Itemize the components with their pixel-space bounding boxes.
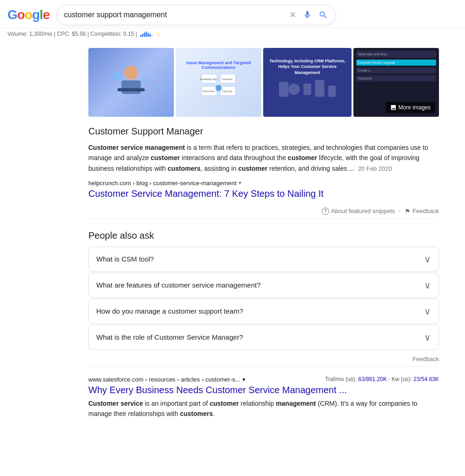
image-1[interactable] bbox=[88, 48, 174, 117]
source-line: helpcrunch.com › blog › customer-service… bbox=[88, 180, 439, 187]
clear-button[interactable]: ✕ bbox=[288, 9, 297, 21]
sf-description: Customer service is an important part of… bbox=[88, 398, 439, 419]
featured-result-link[interactable]: Customer Service Management: 7 Key Steps… bbox=[88, 188, 439, 199]
svg-text:Personnel...: Personnel... bbox=[203, 90, 216, 93]
sf-dropdown-icon[interactable]: ▾ bbox=[242, 376, 246, 383]
paa-item-4[interactable]: What is the role of Customer Service Man… bbox=[88, 325, 439, 350]
paa-question-4: What is the role of Customer Service Man… bbox=[96, 333, 243, 341]
sf-traf-value: 63/861.20K bbox=[359, 376, 387, 382]
chevron-down-icon-4: ∨ bbox=[424, 332, 431, 343]
search-submit-button[interactable] bbox=[318, 9, 329, 20]
svg-point-15 bbox=[288, 84, 299, 95]
about-snippets-label: About featured snippets bbox=[331, 208, 395, 215]
sf-source-line: www.salesforce.com › resources › article… bbox=[88, 376, 439, 383]
paa-item-3[interactable]: How do you manage a customer support tea… bbox=[88, 299, 439, 324]
image-3[interactable]: Technology, Including CRM Platforms, Hel… bbox=[263, 48, 352, 117]
header: Google ✕ bbox=[0, 0, 465, 28]
image-4[interactable]: What date and time... Schedule Router Up… bbox=[353, 48, 439, 117]
svg-text:Cust Sup...: Cust Sup... bbox=[222, 90, 234, 93]
about-snippets-link[interactable]: ? About featured snippets bbox=[322, 208, 395, 215]
image-grid: Issue Management and Targeted Communicat… bbox=[88, 48, 439, 117]
flag-icon: ⚑ bbox=[405, 208, 411, 215]
google-logo: Google bbox=[7, 7, 49, 22]
sf-kw-label: · Kw (us): bbox=[388, 376, 412, 382]
paa-question-1: What is CSM tool? bbox=[96, 255, 154, 263]
chevron-down-icon-1: ∨ bbox=[424, 254, 431, 265]
sf-traf-info: Traf/mo (us): 63/861.20K · Kw (us): 23/5… bbox=[325, 376, 439, 382]
svg-rect-14 bbox=[279, 82, 288, 97]
people-also-ask-section: People also ask What is CSM tool? ∨ What… bbox=[88, 230, 439, 367]
mic-button[interactable] bbox=[302, 9, 313, 20]
image-2[interactable]: Issue Management and Targeted Communicat… bbox=[176, 48, 261, 117]
sf-breadcrumb: www.salesforce.com › resources › article… bbox=[88, 376, 246, 383]
svg-rect-16 bbox=[304, 84, 311, 95]
sf-breadcrumb-text: www.salesforce.com › resources › article… bbox=[88, 376, 240, 383]
search-bar-wrapper: ✕ bbox=[57, 5, 336, 25]
svg-point-0 bbox=[124, 66, 138, 80]
paa-item-2[interactable]: What are features of customer service ma… bbox=[88, 273, 439, 298]
help-circle-icon: ? bbox=[322, 208, 329, 215]
search-icons: ✕ bbox=[288, 9, 329, 21]
svg-point-3 bbox=[113, 72, 122, 81]
chevron-down-icon-3: ∨ bbox=[424, 306, 431, 317]
footer-divider: • bbox=[399, 208, 401, 215]
sf-traf-label: Traf/mo (us): bbox=[325, 376, 357, 382]
paa-item-1[interactable]: What is CSM tool? ∨ bbox=[88, 247, 439, 272]
featured-date: 20 Feb 2020 bbox=[358, 165, 392, 172]
svg-rect-1 bbox=[121, 80, 141, 94]
paa-question-2: What are features of customer service ma… bbox=[96, 281, 261, 289]
source-breadcrumb: helpcrunch.com › blog › customer-service… bbox=[88, 180, 237, 187]
salesforce-result: www.salesforce.com › resources › article… bbox=[88, 376, 439, 429]
seo-volume: Volume: 1,300/mo | CPC: $5.56 | Competit… bbox=[7, 31, 137, 37]
featured-feedback-label: Feedback bbox=[412, 208, 439, 215]
chevron-down-icon-2: ∨ bbox=[424, 280, 431, 291]
search-input[interactable] bbox=[64, 11, 288, 19]
more-images-button[interactable]: More images bbox=[385, 102, 435, 113]
search-bar: ✕ bbox=[57, 5, 336, 25]
featured-feedback-link[interactable]: ⚑ Feedback bbox=[405, 208, 439, 215]
svg-rect-17 bbox=[315, 80, 324, 97]
paa-question-3: How do you manage a customer support tea… bbox=[96, 307, 243, 315]
featured-snippet-text: Customer service management is a term th… bbox=[88, 142, 439, 174]
svg-point-13 bbox=[215, 85, 221, 91]
paa-footer: Feedback bbox=[88, 351, 439, 367]
featured-snippet-title: Customer Support Manager bbox=[88, 126, 439, 137]
sf-kw-value: 23/54.63K bbox=[413, 376, 439, 382]
svg-rect-2 bbox=[118, 88, 145, 92]
sf-result-link[interactable]: Why Every Business Needs Customer Servic… bbox=[88, 385, 439, 396]
more-images-label: More images bbox=[399, 104, 431, 111]
paa-feedback-link[interactable]: Feedback bbox=[412, 355, 439, 362]
volume-bars-icon bbox=[140, 31, 153, 37]
svg-rect-18 bbox=[328, 86, 336, 97]
svg-point-4 bbox=[142, 77, 148, 83]
seo-bar: Volume: 1,300/mo | CPC: $5.56 | Competit… bbox=[0, 28, 465, 40]
paa-title: People also ask bbox=[88, 230, 439, 241]
snippet-footer: ? About featured snippets • ⚑ Feedback bbox=[88, 203, 439, 219]
source-dropdown-icon[interactable]: ▾ bbox=[239, 180, 241, 186]
star-icon: ☆ bbox=[155, 30, 161, 38]
svg-text:Knowledge Mg...: Knowledge Mg... bbox=[200, 78, 219, 80]
main-content: Issue Management and Targeted Communicat… bbox=[0, 48, 446, 428]
svg-text:Customer...: Customer... bbox=[221, 78, 234, 80]
